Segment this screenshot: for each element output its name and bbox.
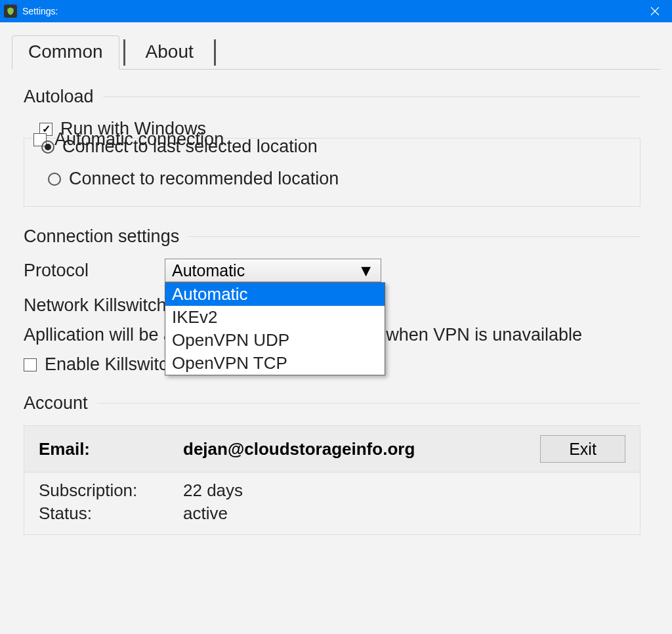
- protocol-dropdown-list: Automatic IKEv2 OpenVPN UDP OpenVPN TCP: [165, 282, 385, 375]
- label-protocol: Protocol: [24, 261, 165, 281]
- section-autoload: Autoload: [24, 87, 640, 107]
- account-box: Email: dejan@cloudstorageinfo.org Exit S…: [24, 425, 640, 535]
- close-icon: [650, 7, 660, 16]
- radio-row-connect-last: Connect to last selected location: [41, 137, 624, 157]
- protocol-option-ikev2[interactable]: IKEv2: [165, 306, 385, 329]
- divider: [188, 236, 640, 237]
- account-header-row: Email: dejan@cloudstorageinfo.org Exit: [24, 426, 640, 473]
- tab-common[interactable]: Common: [12, 35, 119, 70]
- content-area: Common About Autoload Run with Windows A…: [0, 22, 672, 535]
- section-connection: Connection settings: [24, 226, 640, 247]
- label-subscription: Subscription:: [39, 480, 183, 501]
- label-connect-last: Connect to last selected location: [62, 137, 318, 157]
- value-email: dejan@cloudstorageinfo.org: [183, 439, 540, 459]
- tab-bar: Common About: [12, 35, 660, 70]
- protocol-selected-value: Automatic: [172, 261, 245, 280]
- section-title-account: Account: [24, 393, 88, 413]
- protocol-row: Protocol Automatic ▼ Automatic IKEv2 Ope…: [24, 259, 640, 282]
- radio-row-connect-recommended: Connect to recommended location: [48, 169, 624, 189]
- chevron-down-icon: ▼: [358, 261, 374, 280]
- section-title-connection: Connection settings: [24, 226, 179, 247]
- label-status: Status:: [39, 503, 183, 524]
- divider: [103, 96, 640, 97]
- value-status: active: [183, 503, 228, 524]
- titlebar: Settings:: [0, 0, 672, 22]
- radio-connect-recommended[interactable]: [48, 173, 61, 186]
- shield-icon: [4, 5, 17, 18]
- section-account: Account: [24, 393, 640, 413]
- row-status: Status: active: [39, 503, 625, 524]
- protocol-dropdown[interactable]: Automatic ▼: [165, 259, 381, 282]
- row-subscription: Subscription: 22 days: [39, 480, 625, 501]
- protocol-option-openvpn-tcp[interactable]: OpenVPN TCP: [165, 352, 385, 375]
- exit-button[interactable]: Exit: [540, 435, 625, 463]
- window-title: Settings:: [22, 6, 642, 16]
- divider: [97, 403, 640, 404]
- protocol-dropdown-wrap: Automatic ▼ Automatic IKEv2 OpenVPN UDP …: [165, 259, 381, 282]
- tab-separator: [123, 39, 125, 66]
- label-enable-killswitch: Enable Killswitch: [45, 354, 178, 375]
- tab-panel-common: Autoload Run with Windows Automatic conn…: [12, 69, 660, 535]
- account-body: Subscription: 22 days Status: active: [24, 473, 640, 534]
- label-connect-recommended: Connect to recommended location: [69, 169, 339, 189]
- checkbox-enable-killswitch[interactable]: [24, 358, 37, 371]
- section-title-autoload: Autoload: [24, 87, 94, 107]
- label-email: Email:: [39, 439, 183, 459]
- tab-about[interactable]: About: [129, 35, 210, 70]
- radio-connect-last[interactable]: [41, 140, 54, 154]
- protocol-option-automatic[interactable]: Automatic: [165, 283, 385, 306]
- protocol-option-openvpn-udp[interactable]: OpenVPN UDP: [165, 329, 385, 352]
- tab-separator: [214, 39, 216, 66]
- group-automatic-connection: Automatic connection Connect to last sel…: [24, 138, 640, 207]
- close-button[interactable]: [642, 0, 668, 22]
- value-subscription: 22 days: [183, 480, 243, 501]
- exit-button-label: Exit: [569, 440, 597, 459]
